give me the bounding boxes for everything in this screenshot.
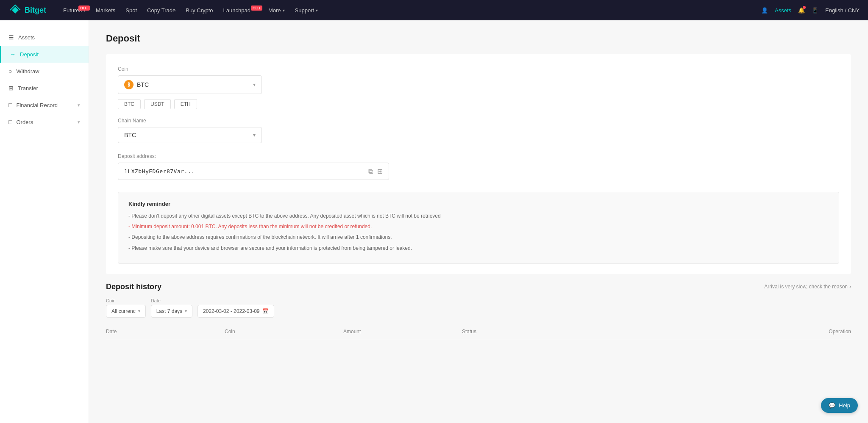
nav-buy-crypto[interactable]: Buy Crypto <box>181 5 217 16</box>
address-actions: ⧉ ⊞ <box>368 167 383 175</box>
quick-coins: BTC USDT ETH <box>118 99 839 109</box>
history-title: Deposit history <box>106 282 161 291</box>
sidebar-item-withdraw[interactable]: ○ Withdraw <box>0 63 89 80</box>
date-range-group: 2022-03-02 - 2022-03-09 📅 <box>198 303 274 318</box>
user-icon[interactable]: 👤 <box>761 7 768 14</box>
support-chevron: ▾ <box>316 8 318 13</box>
logo-text: Bitget <box>25 6 46 15</box>
coin-filter-label: Coin <box>106 298 146 303</box>
coin-label: Coin <box>118 66 839 72</box>
filters: Coin All currenc ▾ Date Last 7 days ▾ <box>106 298 851 318</box>
coin-dropdown[interactable]: ₿ BTC ▾ <box>118 75 262 94</box>
sidebar-item-financial-record[interactable]: □ Financial Record ▾ <box>0 97 89 113</box>
bell-wrapper[interactable]: 🔔 <box>798 7 805 14</box>
history-header: Deposit history Arrival is very slow, ch… <box>106 282 851 291</box>
coin-select-left: ₿ BTC <box>124 80 149 89</box>
orders-chevron: ▾ <box>78 119 80 125</box>
reminder-title: Kindly reminder <box>128 201 829 207</box>
period-filter-arrow: ▾ <box>185 309 187 313</box>
reminder-item-1: - Please don't deposit any other digital… <box>128 212 829 220</box>
reminder-item-3: - Depositing to the above address requir… <box>128 233 829 241</box>
withdraw-icon: ○ <box>8 68 12 75</box>
address-section: Deposit address: 1LXZbHyEDGer87Var... ⧉ … <box>118 153 839 180</box>
deposit-address: 1LXZbHyEDGer87Var... <box>124 168 368 174</box>
reminder-item-4: - Please make sure that your device and … <box>128 244 829 252</box>
help-label: Help <box>839 402 850 409</box>
financial-icon: □ <box>8 102 12 108</box>
sidebar: ☰ Assets → Deposit ○ Withdraw ⊞ Transfer… <box>0 20 89 423</box>
orders-icon: □ <box>8 119 12 125</box>
nav-support[interactable]: Support ▾ <box>291 5 323 16</box>
header-right: 👤 Assets 🔔 📱 English / CNY <box>761 7 860 14</box>
deposit-form-card: Coin ₿ BTC ▾ BTC USDT ETH Chain Name <box>106 54 851 274</box>
nav-more[interactable]: More ▾ <box>264 5 289 16</box>
help-chat-icon: 💬 <box>829 402 835 409</box>
sidebar-item-deposit[interactable]: → Deposit <box>0 46 89 63</box>
nav-markets[interactable]: Markets <box>92 5 120 16</box>
language-select[interactable]: English / CNY <box>825 7 860 14</box>
arrival-link[interactable]: Arrival is very slow, check the reason › <box>764 284 851 290</box>
layout: ☰ Assets → Deposit ○ Withdraw ⊞ Transfer… <box>0 20 868 423</box>
sidebar-item-orders[interactable]: □ Orders ▾ <box>0 113 89 130</box>
chain-dropdown-arrow: ▾ <box>253 132 256 138</box>
address-label: Deposit address: <box>118 153 839 159</box>
coin-filter-group: Coin All currenc ▾ <box>106 298 146 318</box>
calendar-icon: 📅 <box>262 308 269 314</box>
deposit-icon: → <box>10 51 16 58</box>
nav: Futures HOT ▾ Markets Spot Copy Trade Bu… <box>59 5 761 16</box>
nav-futures[interactable]: Futures HOT ▾ <box>59 5 90 16</box>
sidebar-item-assets[interactable]: ☰ Assets <box>0 29 89 46</box>
quick-coin-usdt[interactable]: USDT <box>144 99 171 109</box>
col-header-status: Status <box>462 329 581 335</box>
qr-code-icon[interactable]: ⊞ <box>377 167 383 175</box>
logo[interactable]: Bitget <box>8 3 46 17</box>
coin-dropdown-arrow: ▾ <box>253 82 256 88</box>
more-chevron: ▾ <box>283 8 285 13</box>
nav-spot[interactable]: Spot <box>121 5 141 16</box>
date-filter-group: Date Last 7 days ▾ <box>151 298 192 318</box>
chain-section: Chain Name BTC ▾ <box>118 118 839 143</box>
transfer-icon: ⊞ <box>8 85 14 91</box>
coin-section: Coin ₿ BTC ▾ BTC USDT ETH <box>118 66 839 109</box>
btc-circle-icon: ₿ <box>124 80 134 89</box>
sidebar-item-transfer[interactable]: ⊞ Transfer <box>0 80 89 97</box>
col-header-amount: Amount <box>343 329 462 335</box>
launchpad-hot-badge: HOT <box>251 6 262 11</box>
reminder-item-2: - Minimum deposit amount: 0.001 BTC. Any… <box>128 223 829 231</box>
quick-coin-btc[interactable]: BTC <box>118 99 141 109</box>
page-title: Deposit <box>106 33 851 44</box>
history-section: Deposit history Arrival is very slow, ch… <box>106 282 851 339</box>
header: Bitget Futures HOT ▾ Markets Spot Copy T… <box>0 0 868 20</box>
chain-label: Chain Name <box>118 118 839 124</box>
assets-link[interactable]: Assets <box>775 7 791 14</box>
arrival-chevron-icon: › <box>849 284 851 290</box>
col-header-date: Date <box>106 329 225 335</box>
quick-coin-eth[interactable]: ETH <box>174 99 197 109</box>
help-button[interactable]: 💬 Help <box>821 398 858 413</box>
nav-copy-trade[interactable]: Copy Trade <box>143 5 180 16</box>
col-header-operation: Operation <box>581 329 851 335</box>
bell-dot <box>803 6 806 9</box>
main-content: Deposit Coin ₿ BTC ▾ BTC USDT ETH <box>89 20 868 423</box>
nav-launchpad[interactable]: Launchpad HOT <box>219 5 262 16</box>
assets-icon: ☰ <box>8 34 14 41</box>
chain-dropdown[interactable]: BTC ▾ <box>118 127 262 143</box>
date-filter-label: Date <box>151 298 192 303</box>
mobile-icon[interactable]: 📱 <box>812 7 818 14</box>
coin-filter-arrow: ▾ <box>138 309 140 313</box>
col-header-coin: Coin <box>225 329 343 335</box>
date-range-picker[interactable]: 2022-03-02 - 2022-03-09 📅 <box>198 305 274 318</box>
address-box: 1LXZbHyEDGer87Var... ⧉ ⊞ <box>118 163 389 180</box>
table-header: Date Coin Amount Status Operation <box>106 324 851 339</box>
coin-filter-select[interactable]: All currenc ▾ <box>106 305 146 318</box>
futures-hot-badge: HOT <box>78 6 90 11</box>
period-filter-select[interactable]: Last 7 days ▾ <box>151 305 192 318</box>
selected-coin-name: BTC <box>137 81 149 88</box>
financial-chevron: ▾ <box>78 102 80 108</box>
copy-address-icon[interactable]: ⧉ <box>368 168 373 175</box>
selected-chain-name: BTC <box>124 132 136 138</box>
reminder-box: Kindly reminder - Please don't deposit a… <box>118 192 839 264</box>
